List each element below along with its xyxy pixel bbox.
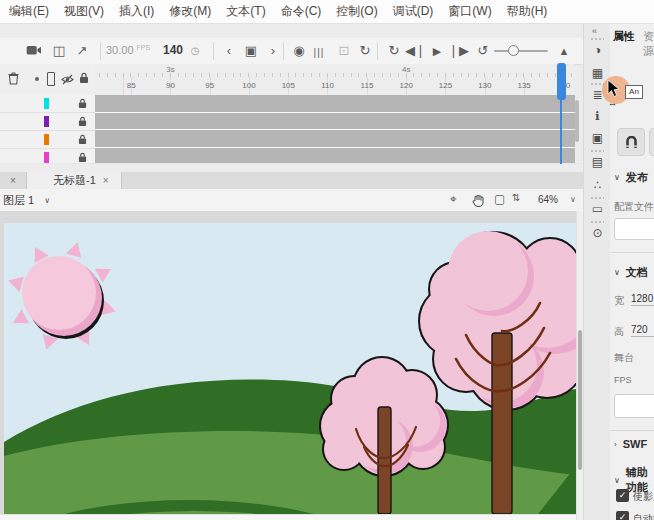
- particles-icon[interactable]: ∴: [584, 178, 611, 192]
- layer-lock-icon[interactable]: [78, 116, 87, 127]
- ruler-frame-number: 135: [517, 81, 530, 90]
- frame-clock-icon[interactable]: ◷: [187, 42, 203, 60]
- edit-multiple-frames-icon[interactable]: ⊡: [336, 42, 352, 60]
- layer-lock-icon[interactable]: [78, 98, 87, 109]
- next-keyframe-icon[interactable]: ›: [265, 42, 281, 60]
- menu-item[interactable]: 调试(D): [393, 3, 434, 20]
- layer-row[interactable]: [0, 95, 95, 113]
- timeline-ruler[interactable]: 3s4s 859095100105110115120125130135140: [95, 64, 575, 96]
- create-frame-loop-icon[interactable]: ↻: [357, 42, 373, 60]
- document-tab-close-icon[interactable]: ×: [103, 175, 109, 186]
- timeline-seconds-row: 3s4s: [95, 64, 575, 77]
- info-icon[interactable]: ℹ: [584, 109, 611, 123]
- chevron-down-icon: ∨: [614, 173, 620, 182]
- center-stage-icon[interactable]: ⌖: [450, 192, 457, 206]
- section-document[interactable]: ∨ 文档: [614, 265, 648, 280]
- menu-item[interactable]: 文本(T): [226, 3, 265, 20]
- zoom-level-select[interactable]: 64%: [527, 191, 569, 208]
- layer-frames-row[interactable]: [95, 95, 575, 113]
- color-wheel-icon[interactable]: ◑: [584, 43, 611, 57]
- timeline-zoom-slider-knob[interactable]: [508, 45, 519, 56]
- menu-item[interactable]: 控制(O): [336, 3, 377, 20]
- delete-layer-icon[interactable]: [8, 72, 19, 85]
- menu-item[interactable]: 编辑(E): [9, 3, 49, 20]
- previous-document-tab-close-icon[interactable]: ×: [0, 172, 27, 189]
- timeline-scrollbar-thumb[interactable]: [575, 100, 579, 142]
- library-icon[interactable]: ▤: [584, 155, 611, 169]
- menu-item[interactable]: 窗口(W): [448, 3, 491, 20]
- accessibility-checkbox-2[interactable]: ✓: [616, 511, 629, 520]
- play-icon[interactable]: ▶: [429, 42, 445, 60]
- doc-height-value[interactable]: 720: [631, 324, 654, 337]
- doc-width-value[interactable]: 1280: [631, 293, 654, 306]
- collapse-dock-icon[interactable]: «: [592, 26, 597, 36]
- layer-row[interactable]: [0, 131, 95, 149]
- layer-outline-color-swatch[interactable]: [44, 134, 49, 145]
- magnet-icon: [625, 136, 638, 149]
- hand-tool-icon[interactable]: [472, 194, 485, 207]
- insert-keyframe-icon[interactable]: ▣: [243, 42, 259, 60]
- tab-assets[interactable]: 资源: [643, 29, 654, 59]
- snap-to-objects-button[interactable]: [617, 128, 645, 156]
- timeline-frames-grid[interactable]: [95, 95, 575, 166]
- publish-profile-select[interactable]: [614, 218, 654, 240]
- edit-target-dropdown[interactable]: 图层 1 ∨: [3, 193, 50, 208]
- layer-row[interactable]: [0, 113, 95, 131]
- layer-frames-row[interactable]: [95, 130, 575, 148]
- layer-frames-row[interactable]: [95, 113, 575, 131]
- zoom-chevron-down-icon[interactable]: ∨: [570, 195, 576, 204]
- snap-align-button[interactable]: [649, 128, 654, 156]
- timeline-zoom-slider-track[interactable]: [494, 50, 548, 52]
- accessibility-checkbox-1[interactable]: ✓: [616, 489, 629, 502]
- add-camera-icon[interactable]: [26, 44, 42, 62]
- step-back-icon[interactable]: ◀❘: [405, 42, 426, 60]
- menu-item[interactable]: 帮助(H): [507, 3, 548, 20]
- frame-graph-icon[interactable]: ↗: [74, 42, 90, 60]
- layer-lock-icon[interactable]: [78, 152, 87, 163]
- doc-more-settings-field[interactable]: [614, 394, 654, 418]
- menu-item[interactable]: 插入(I): [119, 3, 154, 20]
- reset-playback-icon[interactable]: ↺: [475, 42, 491, 60]
- tab-properties[interactable]: 属性: [613, 29, 635, 44]
- document-tab-untitled-1[interactable]: 无标题-1 ×: [27, 172, 122, 189]
- highlight-column-icon[interactable]: [35, 77, 39, 81]
- ruler-frame-number: 95: [205, 81, 214, 90]
- edit-bar: 图层 1 ∨ ⌖ ▢ ⇅ 64% ∨: [0, 189, 583, 212]
- menu-item[interactable]: 视图(V): [64, 3, 104, 20]
- frame-count-value[interactable]: 140: [163, 43, 183, 57]
- preview-range-icon[interactable]: ▲: [556, 42, 572, 60]
- fps-value[interactable]: 30.00 FPS: [106, 44, 150, 56]
- onion-skin-outlines-icon[interactable]: |||: [311, 44, 327, 62]
- project-icon[interactable]: ▭: [584, 202, 611, 216]
- menu-item[interactable]: 命令(C): [281, 3, 322, 20]
- accessibility-checkbox-1-label: 使影片可访问: [633, 490, 654, 504]
- layer-lock-icon[interactable]: [78, 134, 87, 145]
- ruler-frame-number: 115: [361, 81, 374, 90]
- zoom-stepper-icon[interactable]: ⇅: [512, 192, 520, 203]
- layer-outline-color-swatch[interactable]: [44, 152, 49, 163]
- eye-hidden-icon[interactable]: [61, 74, 74, 85]
- loop-playback-icon[interactable]: ↻: [386, 42, 402, 60]
- horizontal-scrollbar-track[interactable]: [0, 514, 576, 520]
- section-document-title: 文档: [626, 265, 648, 280]
- lock-column-icon[interactable]: [79, 72, 89, 84]
- animate-app-window: 编辑(E)视图(V)插入(I)修改(M)文本(T)命令(C)控制(O)调试(D)…: [0, 0, 654, 520]
- section-swf[interactable]: › SWF: [614, 438, 647, 450]
- menu-item[interactable]: 修改(M): [169, 3, 211, 20]
- timeline-frame-numbers-row: 859095100105110115120125130135140: [95, 77, 575, 95]
- layer-outline-color-swatch[interactable]: [44, 98, 49, 109]
- section-publish[interactable]: ∨ 发布: [614, 170, 648, 185]
- previous-keyframe-icon[interactable]: ‹: [221, 42, 237, 60]
- playhead-handle[interactable]: [557, 63, 566, 100]
- clip-content-icon[interactable]: ▢: [494, 192, 505, 206]
- outline-column-icon[interactable]: [47, 72, 55, 86]
- layer-parenting-icon[interactable]: ◫: [51, 42, 67, 60]
- stage-canvas[interactable]: [4, 223, 576, 514]
- transform-icon[interactable]: ▣: [584, 131, 611, 145]
- step-forward-icon[interactable]: ❘▶: [448, 42, 469, 60]
- vertical-scrollbar-thumb[interactable]: [578, 330, 582, 470]
- layer-outline-color-swatch[interactable]: [44, 116, 49, 127]
- chevron-right-icon: ›: [614, 440, 617, 449]
- onion-skin-icon[interactable]: ◉: [291, 42, 307, 60]
- share-icon[interactable]: ⊙: [584, 226, 611, 240]
